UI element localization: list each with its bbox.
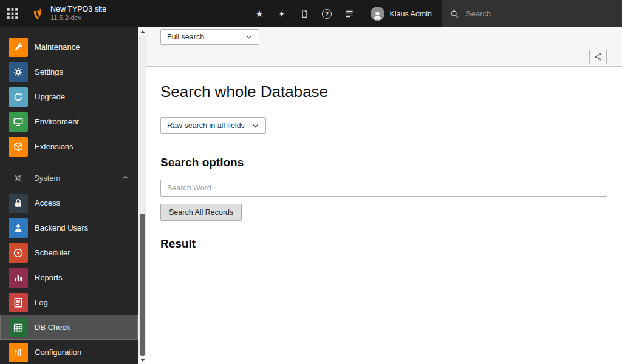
sidebar-item-log[interactable]: Log [0, 290, 138, 315]
sidebar-item-label: Extensions [35, 142, 73, 151]
sidebar-item-scheduler[interactable]: Scheduler [0, 240, 138, 265]
module-menu: Maintenance Settings Upgrade Environment… [0, 27, 138, 364]
search-word-input[interactable] [160, 180, 607, 197]
topbar-search [442, 0, 622, 27]
systeminfo-button[interactable] [338, 0, 361, 27]
sidebar-item-label: Upgrade [35, 92, 65, 101]
lock-icon [9, 194, 28, 213]
docheader-button-row [146, 47, 622, 66]
user-menu[interactable]: Klaus Admin [361, 0, 442, 27]
site-version: 11.5.2-dev [50, 14, 106, 22]
user-icon [9, 218, 28, 238]
search-icon [449, 9, 459, 19]
chevron-down-icon [251, 122, 259, 130]
sidebar-section-label: System [34, 174, 60, 183]
scrollbar-thumb[interactable] [140, 214, 145, 356]
function-select-value: Full search [167, 33, 204, 41]
brand[interactable]: New TYPO3 site 11.5.2-dev [24, 0, 112, 27]
scroll-up-button[interactable] [138, 27, 146, 36]
search-options-heading: Search options [160, 156, 607, 169]
sidebar-item-label: Reports [35, 273, 63, 282]
sidebar-item-environment[interactable]: Environment [0, 109, 138, 134]
chevron-down-icon [245, 33, 253, 41]
apps-grid-icon [7, 8, 18, 19]
function-select[interactable]: Full search [160, 29, 259, 45]
sidebar-item-access[interactable]: Access [0, 190, 138, 215]
sidebar-section-system[interactable]: System [0, 166, 138, 190]
open-document-button[interactable] [293, 0, 316, 27]
user-avatar-icon [372, 9, 383, 21]
monitor-icon [9, 112, 28, 132]
sidebar-scrollbar[interactable] [138, 27, 146, 364]
sidebar-item-extensions[interactable]: Extensions [0, 134, 138, 159]
site-title: New TYPO3 site [50, 5, 106, 15]
module-body: Search whole Database Raw search in all … [146, 83, 622, 251]
sliders-icon [9, 343, 28, 362]
play-circle-icon [9, 243, 28, 263]
sidebar-item-db-check[interactable]: DB Check [0, 315, 138, 340]
page-title: Search whole Database [160, 83, 607, 101]
sidebar-item-label: Backend Users [35, 223, 88, 232]
help-icon: ? [322, 9, 332, 19]
sidebar-item-configuration[interactable]: Configuration [0, 340, 138, 364]
gear-icon [8, 174, 27, 183]
docheader-function-row: Full search [146, 27, 622, 47]
list-icon [344, 9, 354, 19]
star-icon: ★ [255, 8, 264, 19]
chevron-up-icon [121, 173, 129, 184]
sidebar-item-label: Maintenance [35, 42, 80, 52]
sidebar-item-label: Access [35, 198, 60, 207]
triangle-up-icon [140, 30, 145, 33]
sidebar-item-label: Scheduler [35, 248, 70, 257]
search-mode-value: Raw search in all fields [167, 121, 245, 130]
user-name: Klaus Admin [390, 10, 432, 18]
scroll-down-button[interactable] [138, 356, 146, 364]
share-button[interactable] [589, 50, 607, 64]
result-heading: Result [160, 237, 607, 251]
document-icon [300, 8, 309, 19]
help-button[interactable]: ? [316, 0, 338, 27]
typo3-logo-icon [30, 7, 45, 21]
bolt-icon [278, 8, 287, 19]
topbar-toolbar: ★ ? [248, 0, 361, 27]
sidebar-item-label: DB Check [35, 323, 70, 332]
sidebar-item-label: Environment [35, 117, 79, 126]
sidebar-item-label: Settings [35, 67, 63, 76]
sidebar-item-label: Configuration [35, 348, 81, 357]
content-area: Full search Search whole Database Raw se… [146, 27, 622, 364]
avatar [371, 7, 384, 21]
search-mode-select[interactable]: Raw search in all fields [160, 117, 266, 134]
chart-icon [9, 268, 28, 288]
sidebar-item-maintenance[interactable]: Maintenance [0, 35, 138, 59]
docheader: Full search [146, 27, 622, 67]
sidebar-item-settings[interactable]: Settings [0, 59, 138, 84]
sidebar-item-backend-users[interactable]: Backend Users [0, 215, 138, 240]
bookmarks-button[interactable]: ★ [248, 0, 271, 27]
sidebar-item-reports[interactable]: Reports [0, 265, 138, 290]
share-icon [593, 52, 603, 61]
refresh-icon [9, 87, 28, 107]
table-icon [9, 318, 28, 337]
topbar: New TYPO3 site 11.5.2-dev ★ ? Klaus Admi… [0, 0, 622, 27]
wrench-icon [9, 38, 28, 57]
sidebar-item-label: Log [35, 298, 48, 307]
search-all-records-button[interactable]: Search All Records [160, 204, 242, 221]
clear-cache-button[interactable] [271, 0, 293, 27]
cube-icon [9, 137, 28, 157]
gear-icon [9, 62, 28, 82]
log-icon [9, 293, 28, 312]
app-grid-button[interactable] [0, 0, 24, 27]
topbar-search-input[interactable] [465, 8, 598, 19]
triangle-down-icon [140, 359, 145, 362]
sidebar-item-upgrade[interactable]: Upgrade [0, 84, 138, 109]
